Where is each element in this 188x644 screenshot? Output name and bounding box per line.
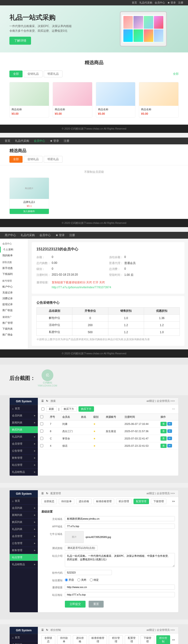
- member-nav-login[interactable]: ★ 登录: [56, 233, 64, 237]
- sidebar2-member[interactable]: 会员列表 ▶: [10, 504, 38, 512]
- topbar-refresh-1[interactable]: ↻: [46, 400, 48, 402]
- sidebar-item-gifts-1[interactable]: 礼品列表 ▶: [10, 433, 38, 440]
- sidebar2-member-manage[interactable]: 会员管理 ▶: [10, 533, 38, 540]
- submit-btn-2[interactable]: 立即提交: [65, 601, 86, 608]
- toolbar3-tab-8[interactable]: 积分控制: [156, 635, 170, 644]
- input-domain[interactable]: [65, 516, 175, 521]
- toolbar2-tab-2[interactable]: 待付款单: [59, 499, 74, 504]
- topbar-refresh-2[interactable]: ↻: [46, 492, 48, 495]
- sidebar2-home[interactable]: ⌂ 首页: [10, 498, 38, 504]
- toolbar2-tab-3[interactable]: 进出价格: [76, 499, 92, 504]
- nav-member[interactable]: 会员中心: [155, 1, 165, 4]
- toolbar2-tab-6[interactable]: 配置管理: [134, 499, 149, 504]
- sidebar2-announce[interactable]: 公告管理 ▶: [10, 540, 38, 547]
- toolbar3-tab-3[interactable]: 进出价格: [73, 635, 87, 644]
- nav-home[interactable]: 首页: [132, 1, 137, 4]
- second-nav-procurement[interactable]: 礼品代采购: [15, 139, 29, 143]
- sidebar-item-giftsales-1[interactable]: 礼品销售品 ▶: [10, 468, 38, 476]
- toolbar3-tab-5[interactable]: 积分管理: [109, 635, 123, 644]
- toolbar-active-btn-1[interactable]: 购买下方: [78, 406, 94, 412]
- sidebar-item-bills[interactable]: 我的账单: [0, 252, 28, 258]
- sidebar-item-recharge[interactable]: 充值记录: [0, 290, 28, 296]
- radio-close[interactable]: 关闭: [77, 578, 86, 582]
- nav-login[interactable]: ★ 登录: [167, 1, 176, 4]
- sidebar-item-announce-1[interactable]: 公告管理 ▶: [10, 448, 38, 454]
- second-nav-register[interactable]: 注册: [64, 139, 69, 143]
- member-nav-register[interactable]: 注册: [69, 233, 75, 237]
- sidebar-item-account-center[interactable]: 账户中心: [0, 284, 28, 290]
- toolbar2-expand[interactable]: >>: [172, 500, 175, 503]
- tab-all[interactable]: 全部: [10, 70, 22, 77]
- sidebar-item-site-1[interactable]: 站点管理 ▶: [10, 462, 38, 468]
- status-btn-4[interactable]: 查: [160, 444, 166, 448]
- member-nav-procurement[interactable]: 礼品代采购: [21, 233, 35, 237]
- sidebar2-finance[interactable]: 财务管理 ▶: [10, 547, 38, 554]
- toolbar3-tab-7[interactable]: 下级管理: [140, 635, 154, 644]
- sidebar-item-finance-1[interactable]: 财务管理 ▶: [10, 454, 38, 462]
- sidebar-item-consume[interactable]: 消费记录: [0, 296, 28, 302]
- radio-open[interactable]: 开启: [65, 578, 74, 582]
- sidebar2-giftsales[interactable]: 礼品销售品 ▶: [10, 561, 38, 568]
- sidebar-item-commission[interactable]: 推广佣金: [0, 332, 28, 338]
- sidebar2-site[interactable]: 站点管理 ▶: [10, 554, 38, 561]
- more-btn[interactable]: 全部: [173, 72, 178, 76]
- sidebar-item-purchase-1[interactable]: 购买列表 ▶: [10, 426, 38, 433]
- toolbar-refresh-btn-1[interactable]: 刷新: [46, 406, 57, 412]
- second-nav-home[interactable]: 首页: [5, 139, 10, 143]
- sidebar-item-promo-manage[interactable]: 推广管理: [0, 320, 28, 326]
- edit-btn-2[interactable]: ✏: [167, 429, 172, 433]
- sidebar-item-downline[interactable]: 下线福利: [0, 271, 28, 277]
- toolbar-expand-1[interactable]: >>: [172, 408, 175, 410]
- edit-btn-4[interactable]: ✏: [167, 444, 172, 448]
- sidebar-item-member-manage-1[interactable]: 会员管理 ▶: [10, 440, 38, 448]
- sidebar2-news[interactable]: 新闻列表 ▶: [10, 512, 38, 519]
- toolbar3-tab-4[interactable]: 标准价格管理: [89, 635, 107, 644]
- input-app-domain[interactable]: [65, 524, 175, 529]
- sidebar-item-memberlist-1[interactable]: 会员列表 ▶: [10, 412, 38, 419]
- sidebar-item-sublist[interactable]: 下级列表: [0, 326, 28, 332]
- second-nav-login[interactable]: ★ 登录: [50, 139, 59, 143]
- textarea-intro[interactable]: 礼品一站式采购, 一件代替代点检索采、决策EPC、决策认率内线链、中国多个合作发…: [65, 553, 175, 567]
- inner-product-btn-1[interactable]: 加入购物车: [10, 209, 49, 214]
- toolbar2-tab-5[interactable]: 积分管理: [116, 499, 132, 504]
- sidebar-item-promo-income[interactable]: 推广收益: [0, 307, 28, 313]
- toolbar3-tab-1[interactable]: 全部状态: [41, 635, 55, 644]
- sidebar-item-newbie[interactable]: 新手优惠: [0, 265, 28, 271]
- toolbar2-tab-4[interactable]: 标准价格管理: [94, 499, 114, 504]
- second-nav-member[interactable]: 会员中心: [34, 139, 45, 143]
- status-btn-1[interactable]: 查: [160, 422, 166, 426]
- tab-promo[interactable]: 促销礼品: [24, 70, 42, 77]
- nav-procurement[interactable]: 礼品代采购: [139, 1, 152, 4]
- sidebar2-purchase[interactable]: 购买列表 ▶: [10, 519, 38, 526]
- input-code[interactable]: [65, 570, 112, 575]
- member-nav-member[interactable]: 会员中心: [40, 233, 51, 237]
- reset-btn-2[interactable]: 重置: [88, 601, 104, 608]
- toolbar3-expand[interactable]: >>: [172, 638, 175, 641]
- inner-tab-promo[interactable]: 促销礼品: [24, 156, 42, 163]
- sidebar-item-profile[interactable]: 个人资料: [0, 247, 28, 252]
- radio-pending[interactable]: 待定: [90, 578, 99, 582]
- edit-btn-3[interactable]: ✏: [167, 436, 172, 440]
- sidebar-item-withdraw[interactable]: 提现记录: [0, 302, 28, 307]
- inner-tab-all[interactable]: 全部: [10, 156, 22, 163]
- toolbar2-tab-7[interactable]: 下级管理: [151, 499, 166, 504]
- input-invite-link[interactable]: [65, 584, 175, 590]
- select-all-1[interactable]: [41, 408, 44, 410]
- sidebar3-member[interactable]: 会员列表 ▶: [10, 641, 38, 644]
- hero-cta-button[interactable]: 了解详情: [10, 37, 31, 45]
- sidebar2-gifts[interactable]: 礼品列表 ▶: [10, 526, 38, 533]
- member-nav-home[interactable]: 用户中心: [5, 233, 16, 237]
- status-btn-3[interactable]: 查: [160, 436, 166, 440]
- test-btn[interactable]: 测试是否可以访问(点击): [65, 545, 98, 551]
- toolbar-purchase-btn-1[interactable]: 购买下方: [61, 406, 76, 412]
- toolbar3-tab-6[interactable]: 配置管理: [125, 635, 139, 644]
- status-btn-2[interactable]: 查: [160, 429, 166, 433]
- nav-register[interactable]: 注册: [178, 1, 183, 4]
- sidebar3-home[interactable]: ⌂ 首页: [10, 634, 38, 641]
- tab-star[interactable]: 明星礼品: [44, 70, 62, 77]
- sidebar-item-news-1[interactable]: 新闻列表 ▶: [10, 419, 38, 426]
- inner-tab-star[interactable]: 明星礼品: [44, 156, 62, 163]
- toolbar2-tab-1[interactable]: 全部状态: [41, 499, 57, 504]
- edit-btn-1[interactable]: ✏: [167, 422, 172, 426]
- input-site-addr[interactable]: [65, 592, 175, 597]
